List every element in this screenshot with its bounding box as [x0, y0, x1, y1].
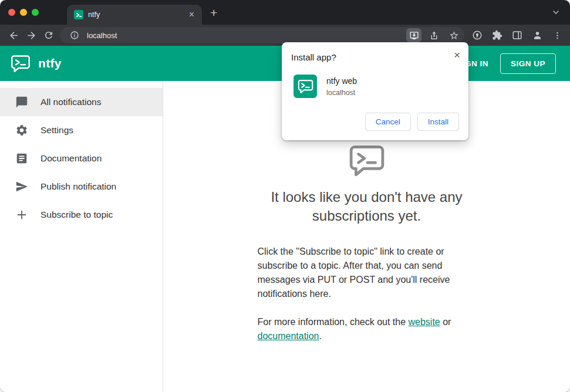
documentation-link[interactable]: documentation [258, 331, 319, 341]
sidebar-item-all-notifications[interactable]: All notifications [0, 88, 163, 116]
plus-icon [15, 208, 28, 221]
ntfy-app-icon [294, 75, 317, 98]
send-icon [15, 180, 28, 193]
dialog-app-info: ntfy web localhost [326, 76, 357, 97]
sidebar-item-label: All notifications [41, 97, 101, 107]
dialog-close-icon[interactable]: × [454, 49, 460, 60]
new-tab-button[interactable]: + [210, 6, 217, 19]
ntfy-brand: ntfy [11, 55, 62, 72]
dialog-app-name: ntfy web [326, 76, 357, 86]
install-app-dialog: × Install app? ntfy web localhost Cancel… [282, 42, 468, 140]
sidebar-item-settings[interactable]: Settings [0, 116, 163, 144]
browser-tab[interactable]: ntfy × [67, 5, 202, 25]
app-title: ntfy [38, 56, 62, 70]
tab-title: ntfy [88, 11, 181, 19]
back-button[interactable] [5, 26, 22, 44]
dialog-actions: Cancel Install [291, 113, 459, 131]
paragraph-2-middle: or [440, 317, 451, 327]
tab-close-icon[interactable]: × [186, 9, 197, 21]
ntfy-favicon-icon [74, 10, 83, 19]
chat-bubble-icon [15, 96, 28, 109]
sidebar-item-documentation[interactable]: Documentation [0, 144, 163, 173]
traffic-lights [0, 9, 50, 16]
sidebar-item-label: Subscribe to topic [41, 209, 113, 220]
password-manager-extension-icon[interactable] [469, 26, 485, 44]
share-icon[interactable] [426, 28, 441, 42]
bookmark-star-icon[interactable] [446, 28, 461, 42]
ntfy-logo-icon [11, 55, 31, 72]
browser-menu-kebab-icon[interactable] [549, 26, 565, 44]
empty-state-heading: It looks like you don't have any subscri… [238, 188, 496, 226]
address-bar[interactable]: localhost [60, 27, 464, 43]
extensions-puzzle-icon[interactable] [489, 26, 505, 44]
cancel-button[interactable]: Cancel [365, 113, 411, 131]
dialog-app-row: ntfy web localhost [291, 75, 459, 98]
empty-state-paragraph-2: For more information, check out the webs… [258, 315, 476, 343]
sidebar-item-label: Settings [41, 125, 73, 136]
forward-button[interactable] [22, 26, 40, 44]
book-icon [15, 152, 28, 165]
profile-avatar-icon[interactable] [529, 26, 545, 44]
site-info-icon[interactable] [67, 28, 82, 42]
close-window-button[interactable] [8, 9, 15, 16]
dialog-title: Install app? [291, 52, 459, 62]
side-panel-icon[interactable] [509, 26, 525, 44]
sidebar-item-publish-notification[interactable]: Publish notification [0, 173, 163, 201]
gear-icon [15, 124, 28, 137]
header-actions: SIGN IN SIGN UP [457, 53, 556, 74]
sidebar: All notifications Settings Documentation… [0, 81, 163, 392]
empty-state-paragraph-1: Click the "Subscribe to topic" link to c… [258, 245, 476, 301]
tab-search-chevron-icon[interactable] [551, 8, 561, 17]
ntfy-terminal-icon [258, 144, 476, 176]
url-text: localhost [87, 31, 402, 40]
minimize-window-button[interactable] [20, 9, 27, 16]
browser-tab-strip: ntfy × + [0, 0, 570, 25]
browser-window: ntfy × + localhost [0, 0, 570, 392]
zoom-window-button[interactable] [32, 9, 39, 16]
install-button[interactable]: Install [417, 113, 459, 131]
sign-up-button[interactable]: SIGN UP [500, 53, 556, 74]
paragraph-2-suffix: . [319, 331, 321, 341]
sidebar-item-label: Publish notification [41, 181, 116, 192]
sidebar-item-subscribe-to-topic[interactable]: Subscribe to topic [0, 201, 163, 229]
sidebar-item-label: Documentation [41, 153, 102, 164]
website-link[interactable]: website [409, 317, 440, 327]
dialog-app-origin: localhost [326, 89, 357, 97]
install-app-icon[interactable] [406, 28, 421, 42]
toolbar-right-cluster [469, 26, 565, 44]
reload-button[interactable] [40, 26, 58, 44]
paragraph-2-prefix: For more information, check out the [258, 317, 409, 327]
